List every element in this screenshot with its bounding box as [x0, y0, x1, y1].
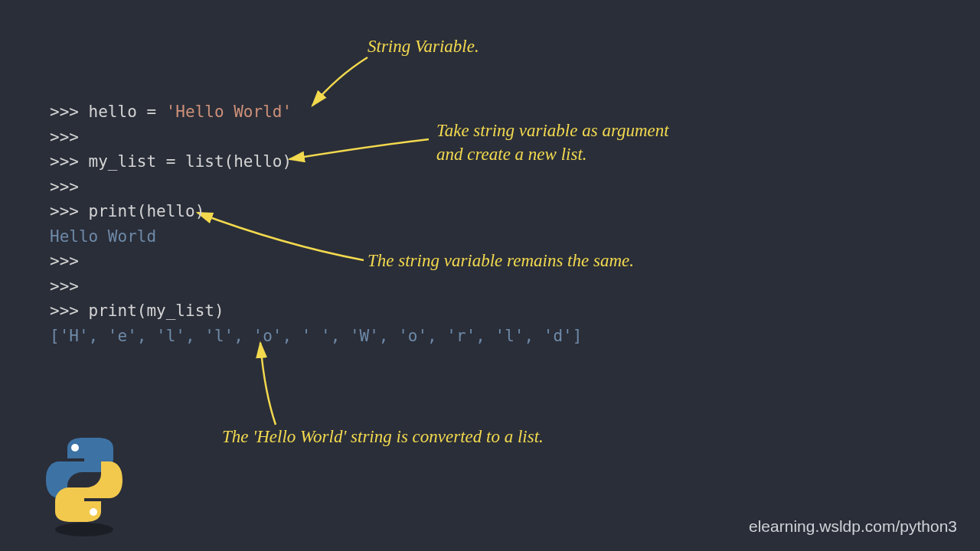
code-line: >>> [50, 252, 79, 270]
code-string-literal: 'Hello World' [166, 103, 292, 121]
code-line: >>> print(hello) [50, 202, 204, 220]
code-line: >>> [50, 128, 79, 146]
footer-link: elearning.wsldp.com/python3 [749, 517, 957, 536]
svg-point-0 [55, 523, 113, 536]
annotation-string-variable: String Variable. [368, 34, 479, 58]
code-line: >>> [50, 178, 79, 196]
code-line: >>> [50, 277, 79, 295]
code-line: >>> my_list = list(hello) [50, 152, 292, 171]
code-line: >>> hello = [50, 103, 166, 121]
code-output: ['H', 'e', 'l', 'l', 'o', ' ', 'W', 'o',… [50, 327, 582, 345]
code-output: Hello World [50, 227, 156, 246]
code-block: >>> hello = 'Hello World' >>> >>> my_lis… [50, 99, 582, 348]
annotation-converted: The 'Hello World' string is converted to… [222, 425, 544, 448]
python-logo-icon [42, 438, 126, 537]
svg-point-2 [90, 508, 97, 516]
code-line: >>> print(my_list) [50, 302, 224, 320]
svg-point-1 [71, 444, 79, 452]
